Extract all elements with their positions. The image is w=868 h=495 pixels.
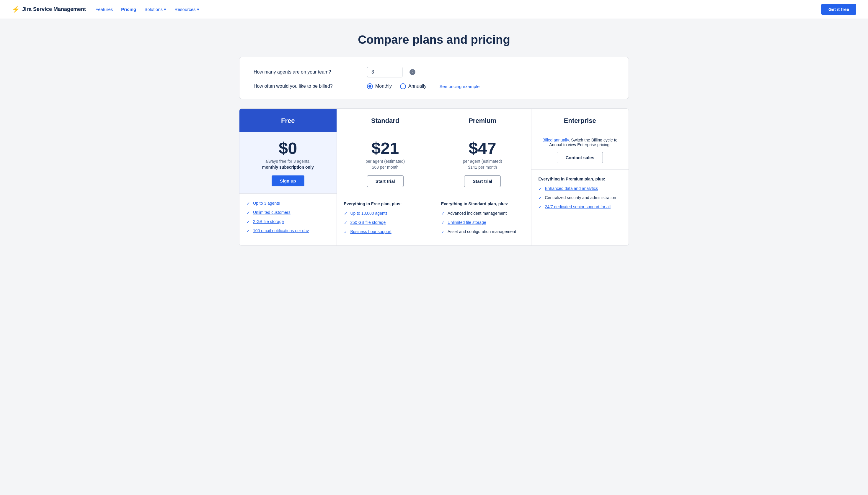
nav-resources[interactable]: Resources ▾: [174, 7, 199, 12]
monthly-label: Monthly: [375, 84, 392, 89]
premium-plan-name: Premium: [441, 117, 524, 125]
feature-agents[interactable]: Up to 3 agents: [253, 201, 280, 206]
check-icon: ✓: [246, 228, 250, 233]
check-icon: ✓: [344, 211, 347, 216]
premium-price-total: $141 per month: [441, 165, 524, 170]
billing-label: How often would you like to be billed?: [254, 84, 360, 89]
standard-plan-name: Standard: [344, 117, 427, 125]
check-icon: ✓: [344, 220, 347, 225]
premium-price: $47: [441, 140, 524, 156]
config-box: How many agents are on your team? ? How …: [239, 57, 629, 99]
premium-plan-features: Everything in Standard plan, plus: ✓ Adv…: [434, 194, 531, 245]
check-icon: ✓: [344, 229, 347, 234]
chevron-down-icon: ▾: [197, 7, 199, 12]
feature-item: ✓ Unlimited customers: [246, 210, 329, 215]
help-icon[interactable]: ?: [410, 69, 415, 75]
feature-item: ✓ Unlimited file storage: [441, 220, 524, 225]
premium-price-sub: per agent (estimated): [441, 159, 524, 164]
feature-storage[interactable]: 2 GB file storage: [253, 219, 284, 224]
feature-incident: Advanced incident management: [448, 211, 507, 216]
feature-item: ✓ Asset and configuration management: [441, 229, 524, 234]
feature-agents[interactable]: Up to 10,000 agents: [350, 211, 388, 216]
logo[interactable]: ⚡ Jira Service Management: [12, 6, 86, 13]
plan-standard: Standard $21 per agent (estimated) $63 p…: [337, 109, 434, 245]
premium-trial-button[interactable]: Start trial: [464, 175, 501, 187]
enterprise-pricing-note: Billed annually. Switch the Billing cycl…: [540, 138, 621, 147]
plan-free: Free $0 always free for 3 agents, monthl…: [240, 109, 337, 245]
feature-item: ✓ Up to 3 agents: [246, 201, 329, 206]
free-plan-header: Free: [240, 109, 336, 132]
check-icon: ✓: [246, 219, 250, 224]
feature-support[interactable]: Business hour support: [350, 229, 392, 234]
premium-features-heading: Everything in Standard plan, plus:: [441, 201, 524, 206]
free-price: $0: [246, 140, 329, 156]
feature-item: ✓ Advanced incident management: [441, 211, 524, 216]
premium-plan-header: Premium: [434, 109, 531, 132]
plans-grid: Free $0 always free for 3 agents, monthl…: [239, 108, 629, 246]
feature-storage[interactable]: Unlimited file storage: [448, 220, 486, 225]
enterprise-pricing-area: Billed annually. Switch the Billing cycl…: [532, 132, 629, 170]
feature-customers: Unlimited customers: [253, 210, 291, 215]
feature-item: ✓ 24/7 dedicated senior support for all: [539, 204, 622, 209]
standard-price: $21: [344, 140, 427, 156]
enterprise-plan-name: Enterprise: [539, 117, 622, 125]
get-it-free-button[interactable]: Get it free: [821, 4, 856, 15]
feature-asset: Asset and configuration management: [448, 229, 516, 234]
premium-plan-pricing: $47 per agent (estimated) $141 per month…: [434, 132, 531, 194]
billing-monthly-option[interactable]: Monthly: [367, 83, 392, 89]
navigation: ⚡ Jira Service Management Features Prici…: [0, 0, 868, 19]
standard-plan-header: Standard: [337, 109, 434, 132]
feature-item: ✓ 250 GB file storage: [344, 220, 427, 225]
feature-item: ✓ Enhanced data and analytics: [539, 186, 622, 191]
nav-features[interactable]: Features: [96, 7, 113, 12]
feature-email: 100 email notifications per day: [253, 228, 309, 233]
check-icon: ✓: [246, 201, 250, 206]
free-price-sub2: monthly subscription only: [246, 165, 329, 170]
billing-radio-group: Monthly Annually See pricing example: [367, 83, 480, 89]
agents-input[interactable]: [367, 67, 402, 78]
free-price-sub: always free for 3 agents,: [246, 159, 329, 164]
check-icon: ✓: [539, 186, 542, 191]
plan-premium: Premium $47 per agent (estimated) $141 p…: [434, 109, 532, 245]
standard-plan-features: Everything in Free plan, plus: ✓ Up to 1…: [337, 194, 434, 245]
pricing-example-link[interactable]: See pricing example: [439, 84, 480, 89]
agents-row: How many agents are on your team? ?: [254, 67, 614, 78]
billing-annually-option[interactable]: Annually: [400, 83, 426, 89]
annually-radio[interactable]: [400, 83, 406, 89]
feature-support[interactable]: 24/7 dedicated senior support for all: [545, 204, 611, 209]
check-icon: ✓: [441, 211, 445, 216]
free-plan-name: Free: [246, 117, 329, 125]
feature-analytics[interactable]: Enhanced data and analytics: [545, 186, 598, 191]
check-icon: ✓: [441, 220, 445, 225]
agents-label: How many agents are on your team?: [254, 69, 360, 75]
feature-storage[interactable]: 250 GB file storage: [350, 220, 386, 225]
standard-price-sub: per agent (estimated): [344, 159, 427, 164]
check-icon: ✓: [246, 210, 250, 215]
standard-plan-pricing: $21 per agent (estimated) $63 per month …: [337, 132, 434, 194]
nav-solutions[interactable]: Solutions ▾: [144, 7, 166, 12]
main-content: Compare plans and pricing How many agent…: [227, 19, 641, 260]
check-icon: ✓: [539, 195, 542, 200]
contact-sales-button[interactable]: Contact sales: [557, 152, 603, 163]
nav-pricing[interactable]: Pricing: [121, 7, 136, 12]
logo-text: Jira Service Management: [22, 6, 86, 12]
standard-features-heading: Everything in Free plan, plus:: [344, 201, 427, 206]
logo-icon: ⚡: [12, 6, 20, 13]
monthly-radio[interactable]: [367, 83, 373, 89]
plan-enterprise: Enterprise Billed annually. Switch the B…: [532, 109, 629, 245]
billed-annually-link[interactable]: Billed annually: [542, 138, 569, 142]
check-icon: ✓: [441, 229, 445, 234]
feature-item: ✓ 100 email notifications per day: [246, 228, 329, 233]
enterprise-plan-features: Everything in Premium plan, plus: ✓ Enha…: [532, 170, 629, 221]
nav-links: Features Pricing Solutions ▾ Resources ▾: [96, 7, 812, 12]
page-title: Compare plans and pricing: [239, 33, 629, 46]
free-plan-features: ✓ Up to 3 agents ✓ Unlimited customers ✓…: [240, 194, 336, 244]
feature-item: ✓ Up to 10,000 agents: [344, 211, 427, 216]
enterprise-plan-header: Enterprise: [532, 109, 629, 132]
chevron-down-icon: ▾: [164, 7, 166, 12]
feature-item: ✓ Centralized security and administratio…: [539, 195, 622, 200]
check-icon: ✓: [539, 205, 542, 209]
standard-trial-button[interactable]: Start trial: [367, 175, 404, 187]
free-signup-button[interactable]: Sign up: [272, 175, 305, 186]
feature-item: ✓ Business hour support: [344, 229, 427, 234]
